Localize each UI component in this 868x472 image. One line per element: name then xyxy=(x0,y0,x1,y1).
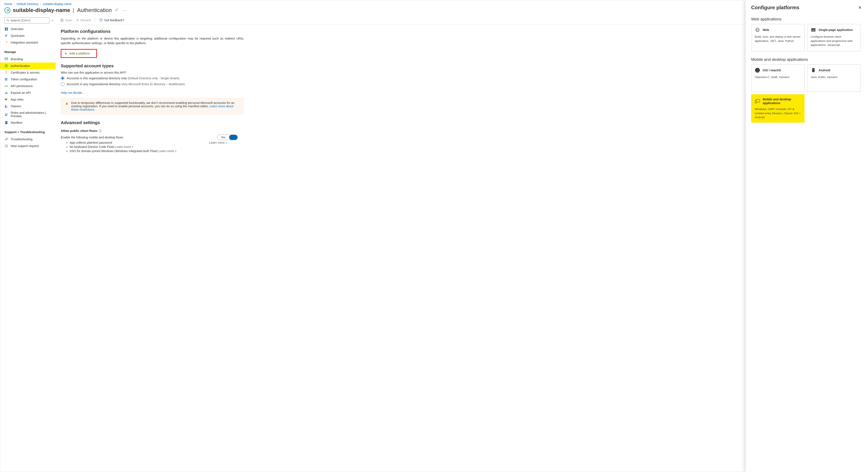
svg-rect-26 xyxy=(6,122,7,123)
card-description: Build, host, and deploy a web server app… xyxy=(755,35,801,43)
sidebar-item-roles-administrators[interactable]: Roles and administrators | Preview xyxy=(0,110,56,119)
radio-icon xyxy=(61,76,64,80)
card-description: Configure browser client applications an… xyxy=(811,35,857,47)
platform-card-android[interactable]: Android Java, Kotlin, Xamarin xyxy=(807,64,861,92)
svg-rect-4 xyxy=(5,29,6,30)
svg-rect-27 xyxy=(6,123,6,123)
svg-point-21 xyxy=(5,105,6,106)
save-button[interactable]: Save xyxy=(60,19,72,22)
spa-icon: www xyxy=(811,27,816,33)
section-heading: Supported account types xyxy=(61,63,244,68)
app-logo-icon xyxy=(4,7,10,13)
svg-point-34 xyxy=(755,68,760,72)
supported-account-types-section: Supported account types Who can use this… xyxy=(56,59,249,116)
warning-icon: ▲ xyxy=(65,101,69,111)
external-link-icon: ↗ xyxy=(131,146,133,148)
expose-api-icon xyxy=(4,91,8,95)
sidebar-item-new-support-request[interactable]: New support request xyxy=(0,143,56,149)
rocket-icon xyxy=(4,40,8,45)
api-permissions-icon xyxy=(4,84,8,88)
external-link-icon: ↗ xyxy=(225,141,227,144)
svg-point-0 xyxy=(7,19,8,21)
svg-point-15 xyxy=(5,86,6,86)
branding-icon xyxy=(4,57,8,61)
key-icon xyxy=(4,71,8,75)
radio-multitenant[interactable]: Accounts in any organizational directory… xyxy=(61,82,244,86)
advanced-settings-section: Advanced settings Allow public client fl… xyxy=(56,116,249,155)
card-title: Single-page application xyxy=(818,28,853,32)
allow-public-client-flows-label: Allow public client flows i xyxy=(61,129,244,132)
search-input[interactable]: Search (Ctrl+/) xyxy=(4,17,50,24)
svg-rect-25 xyxy=(6,122,7,122)
platform-card-desktop[interactable]: Mobile and desktop applications Windows,… xyxy=(751,94,805,123)
svg-text:www: www xyxy=(812,29,815,31)
learn-more-link[interactable]: Learn more xyxy=(158,149,174,153)
close-icon xyxy=(76,19,79,22)
info-icon[interactable]: i xyxy=(99,129,102,132)
card-title: Web xyxy=(763,28,769,32)
save-icon xyxy=(60,19,64,22)
sidebar-item-label: Certificates & secrets xyxy=(11,71,39,74)
learn-more-link[interactable]: Learn more xyxy=(209,141,225,144)
card-title: Mobile and desktop applications xyxy=(763,97,801,105)
add-platform-button[interactable]: ＋ Add a platform xyxy=(61,49,97,58)
svg-rect-20 xyxy=(5,99,6,100)
platform-card-web[interactable]: Web Build, host, and deploy a web server… xyxy=(751,24,805,51)
pin-icon[interactable] xyxy=(114,7,119,13)
svg-text:iOS: iOS xyxy=(756,69,758,70)
sidebar-item-label: Integration assistant xyxy=(11,41,38,44)
sidebar-item-authentication[interactable]: Authentication xyxy=(0,62,56,69)
sidebar-item-app-roles[interactable]: App roles xyxy=(0,96,56,103)
close-panel-button[interactable]: ✕ xyxy=(857,4,863,11)
android-icon xyxy=(811,67,816,73)
sidebar-item-certificates[interactable]: Certificates & secrets xyxy=(0,69,56,76)
svg-rect-5 xyxy=(6,29,8,30)
platform-card-ios[interactable]: iOSmacOS iOS / macOS Objective-C, Swift,… xyxy=(751,64,805,92)
page-header: suitable-display-name | Authentication ⋯ xyxy=(0,6,868,17)
platform-card-spa[interactable]: www Single-page application Configure br… xyxy=(807,24,861,51)
overview-icon xyxy=(4,27,8,31)
breadcrumb: Home › Default Directory › suitable-disp… xyxy=(0,0,868,6)
radio-single-tenant[interactable]: Accounts in this organizational director… xyxy=(61,76,244,80)
sidebar-item-label: Authentication xyxy=(11,64,30,67)
svg-text:macOS: macOS xyxy=(756,70,760,72)
breadcrumb-home[interactable]: Home xyxy=(4,2,12,6)
discard-button[interactable]: Discard xyxy=(76,19,91,22)
sidebar-item-api-permissions[interactable]: API permissions xyxy=(0,83,56,89)
radio-label: Accounts in this organizational director… xyxy=(67,77,179,80)
page-subtitle: Authentication xyxy=(77,7,112,13)
feedback-button[interactable]: Got feedback? xyxy=(99,19,124,22)
card-description: Windows, UWP, Console, IoT & Limited-ent… xyxy=(755,107,801,119)
sidebar-item-overview[interactable]: Overview xyxy=(0,26,56,32)
section-heading: Platform configurations xyxy=(61,29,244,34)
card-description: Java, Kotlin, Xamarin xyxy=(811,75,857,79)
svg-point-23 xyxy=(5,113,6,114)
collapse-sidebar-icon[interactable]: « xyxy=(52,19,53,22)
feedback-label: Got feedback? xyxy=(104,19,124,22)
sidebar-item-expose-api[interactable]: Expose an API xyxy=(0,89,56,96)
add-platform-label: Add a platform xyxy=(69,52,90,55)
flow-item: App collects plaintext password Learn mo… xyxy=(69,141,244,144)
sidebar-item-manifest[interactable]: Manifest xyxy=(0,119,56,126)
sidebar-item-integration-assistant[interactable]: Integration assistant xyxy=(0,39,56,46)
more-icon[interactable]: ⋯ xyxy=(122,7,127,13)
breadcrumb-app[interactable]: suitable-display-name xyxy=(43,2,71,6)
section-description: Depending on the platform or device this… xyxy=(61,36,244,46)
public-client-toggle[interactable]: Yes xyxy=(217,135,238,140)
sidebar-item-branding[interactable]: Branding xyxy=(0,56,56,62)
sidebar-item-troubleshooting[interactable]: Troubleshooting xyxy=(0,136,56,143)
svg-point-22 xyxy=(6,106,7,106)
svg-rect-11 xyxy=(6,73,7,74)
radio-label: Accounts in any organizational directory… xyxy=(67,83,185,86)
sidebar-item-label: New support request xyxy=(11,144,39,148)
svg-point-28 xyxy=(5,145,7,147)
help-me-decide-link[interactable]: Help me decide... xyxy=(61,91,85,94)
alert-text: Due to temporary differences in supporte… xyxy=(71,101,240,111)
sidebar-item-owners[interactable]: Owners xyxy=(0,103,56,110)
sidebar-item-quickstart[interactable]: Quickstart xyxy=(0,32,56,39)
breadcrumb-directory[interactable]: Default Directory xyxy=(17,2,38,6)
sidebar-item-token-configuration[interactable]: Token configuration xyxy=(0,76,56,83)
sidebar-item-label: Manifest xyxy=(11,121,22,124)
learn-more-link[interactable]: Learn more xyxy=(115,145,131,148)
sidebar-heading-manage: Manage xyxy=(0,46,56,55)
